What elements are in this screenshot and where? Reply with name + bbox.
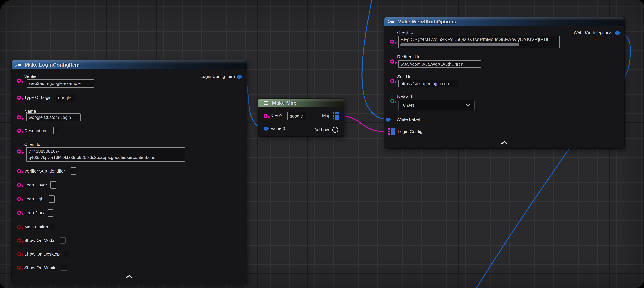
network-pin[interactable] bbox=[390, 99, 394, 103]
show-on-desktop-checkbox[interactable] bbox=[64, 251, 69, 257]
sdk-url-pin[interactable] bbox=[390, 79, 394, 83]
output-pin-label: Web 3Auth Options bbox=[574, 30, 612, 35]
node-make-loginconfigitem[interactable]: Make LoginConfigItem Verifier Login Conf… bbox=[12, 61, 246, 283]
show-on-modal-label: Show On Modal bbox=[24, 238, 56, 243]
make-map-icon bbox=[261, 101, 269, 106]
network-label: Network bbox=[397, 94, 413, 99]
client-id-input[interactable]: BEglQSgt4cUWcj6SKRdu5QkOXTsePmMcusG5EAoy… bbox=[398, 36, 560, 48]
login-config-pin[interactable] bbox=[388, 128, 395, 135]
network-dropdown[interactable]: CYAN bbox=[398, 100, 475, 110]
show-on-desktop-label: Show On Desktop bbox=[24, 251, 60, 256]
key0-input[interactable]: google bbox=[288, 112, 306, 120]
value0-pin[interactable] bbox=[264, 127, 268, 131]
logo-light-input[interactable] bbox=[49, 195, 54, 203]
white-label-pin[interactable] bbox=[386, 118, 390, 122]
value0-label: Value 0 bbox=[270, 126, 285, 131]
show-on-mobile-checkbox[interactable] bbox=[61, 264, 67, 271]
add-pin-label: Add pin bbox=[314, 127, 329, 132]
verifier-sub-identifier-label: Verifier Sub Identifier bbox=[24, 169, 65, 174]
login-config-label: Login Config bbox=[398, 129, 422, 134]
chevron-down-icon bbox=[466, 104, 470, 107]
node-title: Make Web3AuthOptions bbox=[398, 19, 456, 25]
collapse-chevron-icon[interactable] bbox=[501, 141, 508, 144]
white-label-label: White Label bbox=[396, 117, 420, 122]
type-of-login-label: Type Of Login bbox=[24, 95, 52, 100]
key0-pin[interactable] bbox=[264, 114, 268, 118]
network-dropdown-value: CYAN bbox=[403, 103, 414, 108]
logo-dark-input[interactable] bbox=[48, 209, 53, 217]
name-pin[interactable] bbox=[17, 115, 21, 119]
description-pin[interactable] bbox=[17, 129, 21, 133]
description-input[interactable] bbox=[53, 127, 59, 134]
sdk-url-label: Sdk Url bbox=[397, 74, 412, 79]
sdk-url-input[interactable]: https://sdk.openlogin.com bbox=[398, 80, 458, 87]
node-header-make-map[interactable]: Make Map bbox=[258, 99, 344, 107]
make-struct-icon bbox=[15, 62, 22, 67]
logo-light-pin[interactable] bbox=[17, 197, 21, 201]
map-output-label: Map bbox=[322, 113, 331, 118]
logo-hover-input[interactable] bbox=[50, 181, 56, 189]
show-on-mobile-pin[interactable] bbox=[17, 266, 21, 270]
logo-hover-label: Logo Hover bbox=[24, 182, 47, 187]
client-id-pin[interactable] bbox=[390, 40, 394, 44]
main-option-pin[interactable] bbox=[17, 225, 21, 229]
client-id-scrollbar[interactable] bbox=[400, 43, 520, 46]
make-struct-icon bbox=[388, 19, 395, 24]
type-of-login-pin[interactable] bbox=[17, 96, 21, 100]
description-label: Description bbox=[24, 128, 46, 133]
collapse-chevron-icon[interactable] bbox=[126, 275, 132, 278]
window-frame: Make LoginConfigItem Verifier Login Conf… bbox=[0, 0, 644, 288]
main-option-label: Main Option bbox=[24, 224, 48, 229]
logo-dark-label: Logo Dark bbox=[24, 210, 44, 215]
show-on-modal-checkbox[interactable] bbox=[60, 237, 66, 243]
node-make-map[interactable]: Make Map Key 0 google Map Value 0 Add pi… bbox=[258, 99, 344, 136]
verifier-sub-identifier-input[interactable] bbox=[71, 167, 76, 175]
node-title: Make LoginConfigItem bbox=[25, 62, 80, 68]
output-pin-label: Login Config Item bbox=[200, 74, 235, 79]
node-header-make-loginconfigitem[interactable]: Make LoginConfigItem bbox=[12, 61, 246, 69]
add-pin-icon[interactable] bbox=[332, 127, 338, 133]
node-title: Make Map bbox=[272, 100, 296, 106]
logo-hover-pin[interactable] bbox=[17, 183, 21, 187]
node-make-web3authoptions[interactable]: Make Web3AuthOptions Client Id Web 3Auth… bbox=[384, 17, 624, 148]
show-on-desktop-pin[interactable] bbox=[17, 252, 21, 256]
client-id-input[interactable]: 774338308167-q463s7kpvja16l4l0kko3nb925i… bbox=[26, 147, 185, 162]
key0-label: Key 0 bbox=[270, 113, 282, 118]
web3auth-options-output-pin[interactable] bbox=[615, 31, 620, 35]
redirect-url-label: Redirect Url bbox=[397, 55, 420, 59]
client-id-label: Client Id bbox=[24, 142, 40, 147]
verifier-pin[interactable] bbox=[17, 79, 21, 83]
logo-dark-pin[interactable] bbox=[17, 211, 21, 215]
name-label: Name bbox=[24, 109, 36, 114]
verifier-input[interactable]: web3auth-google-example bbox=[27, 79, 94, 88]
verifier-label: Verifier bbox=[24, 74, 38, 79]
login-config-item-output-pin[interactable] bbox=[237, 75, 241, 79]
map-output-pin[interactable] bbox=[333, 112, 339, 120]
redirect-url-pin[interactable] bbox=[390, 59, 394, 64]
show-on-mobile-label: Show On Mobile bbox=[24, 265, 56, 270]
main-option-checkbox[interactable] bbox=[50, 224, 56, 230]
show-on-modal-pin[interactable] bbox=[17, 238, 21, 242]
redirect-url-input[interactable]: w3a://com.w3a.Web3AuthUnreal bbox=[398, 61, 481, 68]
client-id-pin[interactable] bbox=[17, 149, 21, 154]
verifier-sub-identifier-pin[interactable] bbox=[17, 169, 21, 173]
node-header-make-web3authoptions[interactable]: Make Web3AuthOptions bbox=[384, 17, 624, 26]
client-id-label: Client Id bbox=[397, 30, 413, 35]
name-input[interactable]: Google Custom Login bbox=[26, 113, 80, 121]
type-of-login-input[interactable]: google bbox=[56, 94, 75, 102]
logo-light-label: Logo Light bbox=[24, 196, 45, 201]
